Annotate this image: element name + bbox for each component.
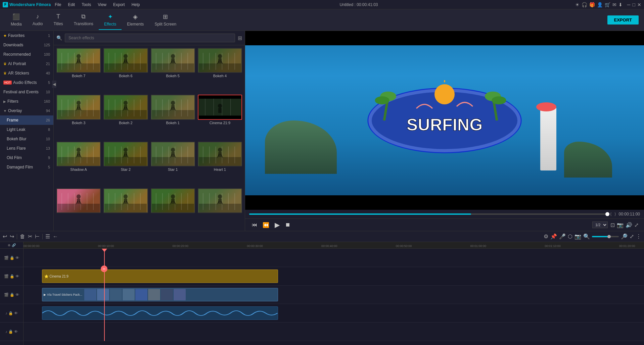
nav-titles[interactable]: T Titles <box>48 10 68 30</box>
rewind-button[interactable]: ⏮ <box>250 221 259 229</box>
stop-button[interactable]: ⏹ <box>284 221 292 229</box>
sidebar-bokeh-blur-label: Bokeh Blur <box>7 137 45 141</box>
timeline-snapshot-icon[interactable]: 📷 <box>574 233 581 240</box>
progress-fill <box>249 213 471 215</box>
preview-progress-bar-container: ⟨ ⟩ 00:00:11:00 <box>245 210 644 218</box>
preview-progress-bar[interactable] <box>249 213 607 215</box>
preview-fullscreen-icon[interactable]: ⤢ <box>634 222 639 228</box>
nav-split-screen[interactable]: ⊞ Split Screen <box>149 10 182 30</box>
sidebar-item-audio-effects[interactable]: HOT Audio Effects 5 <box>0 78 53 87</box>
track3-video-icon: 🎬 <box>4 293 9 297</box>
add-track-icon[interactable]: ⊕ <box>8 243 10 247</box>
menu-edit[interactable]: Edit <box>65 2 78 8</box>
progress-handle[interactable] <box>605 212 609 216</box>
effect-item-bokeh7[interactable]: Bokeh 7 <box>56 48 101 92</box>
track1-eye-icon[interactable]: 👁 <box>15 256 19 260</box>
timeline-zoom-out-icon[interactable]: 🔍 <box>583 233 590 240</box>
effect-item-row4_3[interactable] <box>151 188 195 228</box>
sticker-clip[interactable]: ▶ Vía Travel Stickers Pack... <box>42 288 278 301</box>
undo-icon[interactable]: ↩ <box>3 233 7 240</box>
ratio-select[interactable]: 1/2 <box>592 221 608 228</box>
play-button[interactable]: ▶ <box>273 220 281 230</box>
effect-item-row4_1[interactable] <box>56 188 101 228</box>
effect-item-bokeh6[interactable]: Bokeh 6 <box>103 48 148 92</box>
menu-tools[interactable]: Tools <box>79 2 94 8</box>
effect-item-shadow_a[interactable]: Shadow A <box>56 142 101 186</box>
preview-volume-icon[interactable]: 🔊 <box>626 222 632 228</box>
track5-eye-icon[interactable]: 👁 <box>14 330 18 334</box>
sidebar-item-lens-flare[interactable]: Lens Flare 13 <box>0 144 53 153</box>
export-button[interactable]: EXPORT <box>607 15 639 24</box>
timeline-zoom-in-icon[interactable]: 🔎 <box>621 233 628 240</box>
track3-lock-icon[interactable]: 🔒 <box>10 293 14 297</box>
sidebar-item-favorites[interactable]: ★ Favorites 1 <box>0 31 53 40</box>
link-icon[interactable]: 🔗 <box>12 243 16 247</box>
split-icon[interactable]: ⊢ <box>35 233 40 240</box>
sidebar-collapse-arrow[interactable]: ◀ <box>52 81 54 88</box>
timeline-marker-icon[interactable]: 📌 <box>550 233 557 240</box>
effect-item-bokeh4[interactable]: Bokeh 4 <box>198 48 242 92</box>
prev-clip-icon[interactable]: ← <box>53 234 58 240</box>
timeline-fit-icon[interactable]: ⤢ <box>630 233 634 240</box>
sidebar-item-recommended[interactable]: Recommended 100 <box>0 50 53 59</box>
timeline-record-icon[interactable]: ⬡ <box>568 233 572 240</box>
effect-item-row4_4[interactable] <box>198 188 242 228</box>
track2-eye-icon[interactable]: 👁 <box>15 274 19 278</box>
effect-item-cinema219[interactable]: Cinema 21:9 <box>198 95 242 139</box>
nav-elements[interactable]: ◈ Elements <box>122 10 149 30</box>
timeline-more-icon[interactable]: ⋮ <box>636 233 641 240</box>
menu-file[interactable]: File <box>52 2 64 8</box>
menu-export[interactable]: Export <box>110 2 128 8</box>
nav-effects[interactable]: ✦ Effects <box>99 10 122 30</box>
maximize-icon[interactable]: □ <box>633 2 635 7</box>
grid-view-icon[interactable]: ⊞ <box>238 35 242 41</box>
search-input[interactable] <box>65 34 235 42</box>
effect-item-bokeh5[interactable]: Bokeh 5 <box>151 48 195 92</box>
delete-icon[interactable]: 🗑 <box>20 234 25 240</box>
track5-lock-icon[interactable]: 🔒 <box>8 330 13 334</box>
effect-item-heart1[interactable]: Heart 1 <box>198 142 242 186</box>
sidebar-item-old-film[interactable]: Old Film 9 <box>0 153 53 162</box>
preview-screen-icon[interactable]: ⊡ <box>610 222 615 228</box>
track3-eye-icon[interactable]: 👁 <box>15 293 19 297</box>
sidebar-item-downloads[interactable]: Downloads 125 <box>0 40 53 50</box>
sidebar-item-filters[interactable]: ▶ Filters 160 <box>0 97 53 106</box>
zoom-slider[interactable] <box>592 236 619 237</box>
sidebar-item-frame[interactable]: Frame 26 <box>0 115 53 125</box>
zoom-handle[interactable] <box>607 235 611 238</box>
sidebar-item-overlay[interactable]: ▼ Overlay 94 <box>0 106 53 115</box>
properties-icon[interactable]: ☰ <box>45 233 50 240</box>
sidebar-item-light-leak[interactable]: Light Leak 8 <box>0 125 53 134</box>
timeline-settings-icon[interactable]: ⚙ <box>544 233 548 240</box>
track4-lock-icon[interactable]: 🔒 <box>8 311 13 315</box>
effect-item-bokeh3[interactable]: Bokeh 3 <box>56 95 101 139</box>
track1-lock-icon[interactable]: 🔒 <box>10 256 14 260</box>
minimize-icon[interactable]: ─ <box>627 2 631 7</box>
effect-item-bokeh1[interactable]: Bokeh 1 <box>151 95 195 139</box>
effect-item-bokeh2[interactable]: Bokeh 2 <box>103 95 148 139</box>
track2-lock-icon[interactable]: 🔒 <box>10 274 14 279</box>
cut-icon[interactable]: ✂ <box>28 233 32 240</box>
audio-clip[interactable] <box>42 306 278 320</box>
step-back-button[interactable]: ⏪ <box>261 221 271 229</box>
nav-audio[interactable]: ♪ Audio <box>27 10 48 30</box>
track4-eye-icon[interactable]: 👁 <box>14 311 18 315</box>
timeline-audio-icon[interactable]: 🎤 <box>559 233 566 240</box>
nav-transitions[interactable]: ⧉ Transitions <box>68 10 99 30</box>
sidebar-item-festival-events[interactable]: Festival and Events 10 <box>0 87 53 97</box>
menu-view[interactable]: View <box>95 2 109 8</box>
effect-item-star1[interactable]: Star 1 <box>151 142 195 186</box>
preview-camera-icon[interactable]: 📷 <box>617 222 624 228</box>
sidebar-item-damaged-film[interactable]: Damaged Film 5 <box>0 162 53 172</box>
sidebar-item-ar-stickers[interactable]: ♛ AR Stickers 40 <box>0 68 53 78</box>
redo-icon[interactable]: ↪ <box>10 233 14 240</box>
effect-item-star2[interactable]: Star 2 <box>103 142 148 186</box>
menu-help[interactable]: Help <box>129 2 143 8</box>
close-icon[interactable]: ✕ <box>637 2 641 7</box>
sidebar-item-ai-portrait[interactable]: ♛ AI Portrait 21 <box>0 59 53 68</box>
sidebar-item-bokeh-blur[interactable]: Bokeh Blur 10 <box>0 134 53 144</box>
effect-clip-cinema[interactable]: ⭐ Cinema 21:9 <box>42 269 278 283</box>
effect-item-row4_2[interactable] <box>103 188 148 228</box>
nav-transitions-label: Transitions <box>74 21 93 26</box>
nav-media[interactable]: ⬛ Media <box>5 10 27 30</box>
